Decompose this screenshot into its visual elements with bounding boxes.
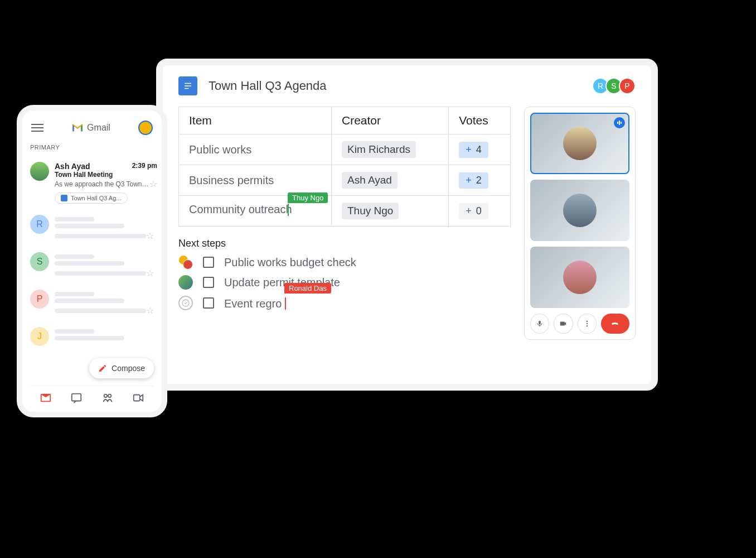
hamburger-icon[interactable] — [31, 122, 43, 134]
email-placeholder[interactable]: R ☆ — [30, 209, 154, 247]
table-row[interactable]: Business permits Ash Ayad +2 — [179, 165, 511, 196]
vote-chip[interactable]: +4 — [459, 142, 488, 158]
sender-avatar: J — [30, 327, 49, 346]
creator-chip[interactable]: Ash Ayad — [342, 172, 398, 189]
table-row[interactable]: Community outreach Thuy Ngo Thuy Ngo +0 — [179, 196, 511, 227]
cell-votes[interactable]: +4 — [449, 134, 511, 165]
meet-tile[interactable] — [530, 247, 629, 308]
meet-tile[interactable] — [530, 180, 629, 241]
app-name: Gmail — [87, 123, 110, 133]
nav-meet-icon[interactable] — [132, 392, 144, 404]
attachment-name: Town Hall Q3 Ag... — [71, 195, 122, 201]
svg-rect-10 — [72, 394, 81, 401]
phone-bottom-nav — [30, 386, 154, 404]
creator-chip[interactable]: Thuy Ngo — [342, 203, 399, 219]
table-header-row: Item Creator Votes — [179, 107, 511, 134]
star-icon[interactable]: ☆ — [146, 268, 154, 278]
docs-icon — [178, 76, 197, 95]
cell-item[interactable]: Business permits — [179, 165, 332, 196]
svg-point-12 — [108, 395, 112, 398]
task-checkbox[interactable] — [203, 297, 214, 309]
plus-icon: + — [466, 144, 472, 156]
doc-main: Item Creator Votes Public works Kim Rich… — [178, 107, 511, 340]
nav-mail-icon[interactable] — [40, 392, 52, 404]
svg-rect-6 — [621, 122, 622, 124]
compose-label: Compose — [112, 364, 145, 373]
next-steps-section: Next steps Public works budget check Upd… — [178, 238, 511, 310]
email-placeholder[interactable]: P ☆ — [30, 284, 154, 321]
star-icon[interactable]: ☆ — [149, 179, 157, 189]
task-row[interactable]: Update permit template — [178, 275, 511, 290]
collaborator-chips: R S P — [595, 78, 636, 94]
star-icon[interactable]: ☆ — [146, 230, 154, 241]
collaborator-avatar[interactable]: P — [619, 78, 636, 94]
vote-chip[interactable]: +2 — [459, 172, 488, 189]
plus-icon: + — [466, 205, 472, 217]
collab-cursor-label: Ronald Das — [284, 283, 331, 294]
email-preview: As we approach the Q3 Town Ha... — [55, 180, 149, 188]
agenda-table[interactable]: Item Creator Votes Public works Kim Rich… — [178, 107, 511, 227]
next-steps-heading: Next steps — [178, 238, 511, 249]
svg-point-8 — [586, 323, 587, 324]
cell-item[interactable]: Community outreach Thuy Ngo — [179, 196, 332, 227]
cell-creator[interactable]: Thuy Ngo — [331, 196, 448, 227]
gmail-logo: Gmail — [71, 123, 110, 133]
task-row[interactable]: Event regro Ronald Das — [178, 295, 511, 310]
meet-participant-video — [563, 261, 597, 294]
task-assign-icon[interactable] — [178, 296, 193, 310]
doc-title[interactable]: Town Hall Q3 Agenda — [209, 79, 584, 93]
email-sender: Ash Ayad — [55, 162, 90, 171]
task-text[interactable]: Public works budget check — [224, 256, 356, 269]
email-time: 2:39 pm — [132, 162, 157, 171]
task-assignee-pair-avatar[interactable] — [178, 255, 193, 270]
email-placeholder[interactable]: J — [30, 321, 154, 352]
collab-cursor-green — [288, 204, 289, 216]
phone-device: Gmail PRIMARY Ash Ayad 2:39 pm Town Hall… — [17, 105, 167, 417]
doc-header: Town Hall Q3 Agenda R S P — [178, 76, 636, 95]
primary-tab-label[interactable]: PRIMARY — [30, 142, 154, 156]
cell-creator[interactable]: Kim Richards — [331, 134, 448, 165]
svg-rect-2 — [185, 88, 189, 89]
task-assignee-avatar[interactable] — [178, 275, 193, 290]
meet-controls — [530, 314, 629, 334]
nav-chat-icon[interactable] — [70, 392, 83, 404]
task-text[interactable]: Event regro Ronald Das — [224, 295, 286, 310]
email-item[interactable]: Ash Ayad 2:39 pm Town Hall Meeting As we… — [30, 156, 154, 209]
mic-button[interactable] — [530, 314, 549, 334]
doc-body: Item Creator Votes Public works Kim Rich… — [178, 107, 636, 340]
docs-mini-icon — [61, 195, 67, 201]
sender-avatar — [30, 162, 49, 181]
meet-tile-active[interactable] — [530, 113, 629, 174]
task-checkbox[interactable] — [203, 257, 214, 268]
speaking-indicator-icon — [614, 117, 625, 128]
camera-button[interactable] — [554, 314, 573, 334]
svg-point-9 — [586, 325, 587, 326]
cell-votes[interactable]: +2 — [449, 165, 511, 196]
table-row[interactable]: Public works Kim Richards +4 — [179, 134, 511, 165]
email-placeholder[interactable]: S ☆ — [30, 247, 154, 284]
cell-item[interactable]: Public works — [179, 134, 332, 165]
creator-chip[interactable]: Kim Richards — [342, 141, 416, 158]
attachment-chip[interactable]: Town Hall Q3 Ag... — [55, 193, 128, 204]
col-creator: Creator — [331, 107, 448, 134]
nav-spaces-icon[interactable] — [101, 392, 114, 404]
task-checkbox[interactable] — [203, 277, 214, 288]
cell-votes[interactable]: +0 — [449, 196, 511, 227]
hangup-button[interactable] — [601, 314, 629, 334]
vote-chip[interactable]: +0 — [459, 203, 488, 219]
star-icon[interactable]: ☆ — [146, 305, 154, 316]
task-row[interactable]: Public works budget check — [178, 255, 511, 270]
profile-avatar[interactable] — [138, 121, 153, 135]
cell-creator[interactable]: Ash Ayad — [331, 165, 448, 196]
compose-button[interactable]: Compose — [89, 358, 154, 378]
col-votes: Votes — [449, 107, 511, 134]
meet-panel — [524, 107, 636, 340]
phone-header: Gmail — [30, 118, 154, 142]
svg-rect-5 — [619, 121, 620, 125]
laptop-device: Town Hall Q3 Agenda R S P Item Creator V… — [156, 59, 658, 391]
svg-rect-1 — [185, 85, 191, 86]
meet-participant-video — [563, 194, 597, 227]
more-options-button[interactable] — [578, 314, 597, 334]
svg-point-11 — [104, 395, 107, 398]
email-subject: Town Hall Meeting — [55, 171, 157, 179]
